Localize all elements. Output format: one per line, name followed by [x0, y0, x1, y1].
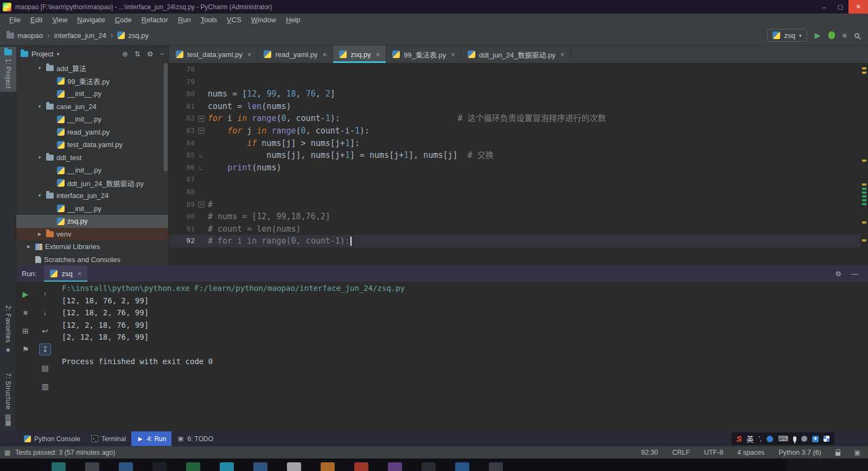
- taskbar-app-icon[interactable]: [287, 462, 301, 471]
- project-view-selector[interactable]: Project ▾: [21, 50, 60, 58]
- chevron-right-icon[interactable]: ▶: [25, 244, 33, 249]
- chevron-down-icon[interactable]: ▼: [36, 66, 43, 71]
- code-line-92[interactable]: 92# for i in range(0, count-1):: [169, 235, 860, 247]
- toolwindow-grid-button[interactable]: ▦: [0, 416, 16, 429]
- minimize-button[interactable]: –: [816, 0, 832, 14]
- stripe-mark[interactable]: [862, 160, 866, 162]
- settings-icon[interactable]: ⚙: [147, 50, 154, 58]
- code-line-78[interactable]: 78: [169, 63, 860, 76]
- run-tab[interactable]: zsq ×: [44, 265, 87, 282]
- taskbar-app-icon[interactable]: [455, 462, 469, 471]
- tree-item-init-py[interactable]: __init__.py: [16, 202, 168, 215]
- close-tab-icon[interactable]: ×: [78, 270, 82, 278]
- breadcrumb-item-zsq-py[interactable]: zsq.py: [117, 31, 149, 40]
- status-crlf[interactable]: CRLF: [672, 449, 690, 456]
- fold-marker[interactable]: [195, 128, 208, 134]
- menu-refactor[interactable]: Refactor: [137, 15, 173, 25]
- stop-button[interactable]: ■: [843, 31, 847, 39]
- keyboard-icon[interactable]: ⌨: [778, 435, 788, 443]
- close-tab-icon[interactable]: ×: [560, 50, 565, 59]
- stripe-mark[interactable]: [862, 221, 866, 224]
- fold-marker[interactable]: [195, 166, 208, 170]
- editor-tab-read-yaml-py[interactable]: read_yaml.py×: [258, 46, 333, 63]
- code-line-85[interactable]: 85 nums[j], nums[j+1] = nums[j+1], nums[…: [169, 149, 860, 162]
- status-message[interactable]: Tests passed: 3 (57 minutes ago): [15, 449, 115, 456]
- tree-item-ddt-jun-24-py[interactable]: ddt_jun_24_数据驱动.py: [16, 177, 168, 190]
- code-area[interactable]: 787980nums = [12, 99, 18, 76, 2]81count …: [169, 63, 860, 265]
- chevron-down-icon[interactable]: ▼: [36, 193, 43, 198]
- account-icon[interactable]: [801, 436, 807, 442]
- code-line-90[interactable]: 90# nums = [12, 99,18,76,2]: [169, 211, 860, 223]
- code-line-79[interactable]: 79: [169, 76, 860, 88]
- chevron-down-icon[interactable]: ▼: [36, 104, 43, 109]
- pin-icon[interactable]: [20, 343, 31, 355]
- code-line-80[interactable]: 80nums = [12, 99, 18, 76, 2]: [169, 88, 860, 100]
- scroll-to-end-icon[interactable]: [39, 343, 51, 355]
- chevron-right-icon[interactable]: ▶: [36, 232, 43, 237]
- taskbar-app-icon[interactable]: [186, 462, 200, 471]
- print-icon[interactable]: [39, 362, 51, 374]
- rerun-icon[interactable]: [20, 288, 31, 300]
- soft-wrap-icon[interactable]: [39, 325, 51, 337]
- stripe-mark[interactable]: [862, 67, 866, 69]
- maximize-button[interactable]: ▢: [832, 0, 848, 14]
- toolwindow-button-structure[interactable]: 7: Structure ▤: [0, 370, 16, 423]
- hide-icon[interactable]: —: [851, 270, 858, 278]
- stop-icon[interactable]: [20, 307, 31, 319]
- locate-icon[interactable]: ⊕: [122, 50, 128, 58]
- tree-item-init-py[interactable]: __init__.py: [16, 87, 168, 100]
- taskbar-app-icon[interactable]: [321, 462, 335, 471]
- lock-icon[interactable]: [835, 452, 840, 456]
- stripe-mark[interactable]: [862, 72, 866, 74]
- tree-item-zsq-py[interactable]: zsq.py: [16, 215, 168, 228]
- tree-item-test-data-yaml-py[interactable]: test_data.yaml.py: [16, 138, 168, 151]
- code-line-91[interactable]: 91# count = len(nums): [169, 223, 860, 236]
- tree-item-init-py[interactable]: __init__.py: [16, 113, 168, 126]
- ime-language-mode[interactable]: 英: [746, 434, 754, 444]
- code-line-83[interactable]: 83 for j in range(0, count-i-1):: [169, 125, 860, 137]
- run-config-selector[interactable]: zsq ▾: [767, 29, 807, 42]
- code-line-81[interactable]: 81count = len(nums): [169, 100, 860, 113]
- editor-tab-test-data-yaml-py[interactable]: test_data.yaml.py×: [170, 46, 258, 63]
- breadcrumb-item-interface-jun-24[interactable]: interface_jun_24: [54, 31, 106, 40]
- clear-icon[interactable]: [39, 380, 51, 392]
- gear-icon[interactable]: ⚙: [835, 270, 841, 278]
- tree-item-read-yaml-py[interactable]: read_yaml.py: [16, 126, 168, 139]
- tree-item-case-jun-24[interactable]: ▼case_jun_24: [16, 100, 168, 113]
- editor-tab-ddt-jun-24-py[interactable]: ddt_jun_24_数据驱动.py×: [462, 46, 571, 63]
- project-scrollbar[interactable]: [164, 63, 168, 171]
- close-tab-icon[interactable]: ×: [323, 50, 327, 59]
- code-line-87[interactable]: 87: [169, 174, 860, 186]
- menu-run[interactable]: Run: [173, 15, 196, 25]
- emoji-icon[interactable]: [767, 436, 773, 442]
- toolwindow-switcher-icon[interactable]: ▦: [4, 449, 10, 456]
- code-line-82[interactable]: 82for i in range(0, count-1): # 这个循环负责设置…: [169, 112, 860, 125]
- microphone-icon[interactable]: [793, 436, 796, 442]
- menu-help[interactable]: Help: [281, 15, 305, 25]
- toolwindow-button-4-run[interactable]: 4: Run: [131, 431, 171, 446]
- stripe-mark[interactable]: [862, 199, 866, 201]
- status-python-3-7-6[interactable]: Python 3.7 (6): [778, 449, 821, 456]
- tree-item-add[interactable]: ▼add_算法: [16, 62, 168, 75]
- taskbar-app-icon[interactable]: [85, 462, 99, 471]
- code-line-86[interactable]: 86 print(nums): [169, 162, 860, 174]
- tree-item-venv[interactable]: ▶venv: [16, 228, 168, 241]
- collapse-all-icon[interactable]: ⇅: [135, 50, 141, 58]
- menu-vcs[interactable]: VCS: [222, 15, 246, 25]
- taskbar-app-icon[interactable]: [388, 462, 402, 471]
- menu-edit[interactable]: Edit: [25, 15, 47, 25]
- editor-tab-99-py[interactable]: 99_乘法表.py×: [386, 46, 462, 63]
- code-line-88[interactable]: 88: [169, 186, 860, 199]
- chevron-down-icon[interactable]: ▼: [36, 155, 43, 160]
- taskbar-app-icon[interactable]: [220, 462, 234, 471]
- stripe-mark[interactable]: [862, 192, 866, 194]
- code-line-84[interactable]: 84 if nums[j] > nums[j+1]:: [169, 137, 860, 150]
- tree-item-ddt-test[interactable]: ▼ddt_test: [16, 151, 168, 164]
- toolwindow-button-terminal[interactable]: Terminal: [86, 431, 131, 446]
- close-button[interactable]: ✕: [848, 0, 868, 14]
- notifications-icon[interactable]: ▣: [854, 449, 860, 456]
- prev-occurrence-icon[interactable]: [39, 288, 51, 300]
- taskbar-app-icon[interactable]: [253, 462, 267, 471]
- menu-navigate[interactable]: Navigate: [72, 15, 110, 25]
- fold-marker[interactable]: [195, 201, 208, 208]
